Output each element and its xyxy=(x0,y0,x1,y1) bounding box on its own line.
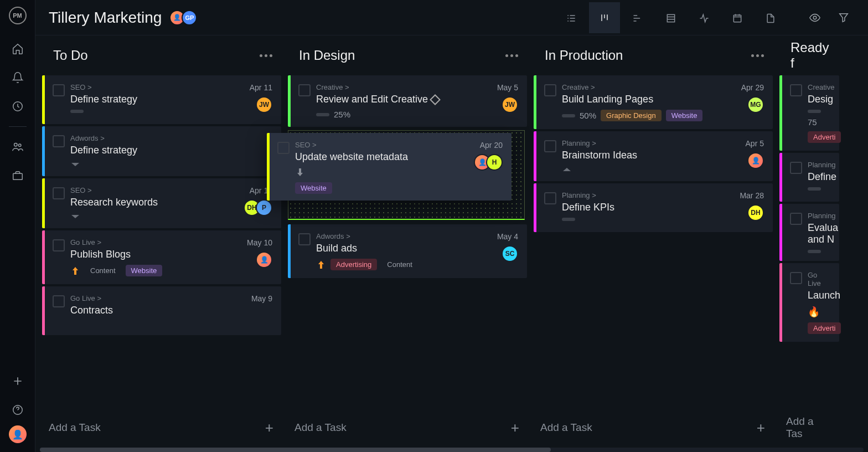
column-title[interactable]: To Do xyxy=(53,48,88,63)
filter-icon[interactable] xyxy=(833,7,855,29)
task-assignees[interactable]: 👤 H xyxy=(478,154,503,171)
task-category[interactable]: Planning xyxy=(808,212,830,220)
task-category[interactable]: Adwords > xyxy=(316,232,492,240)
task-assignees[interactable]: 👤 xyxy=(260,251,272,268)
task-category[interactable]: Creative > xyxy=(316,83,492,91)
add-task-button[interactable]: Add a Task + xyxy=(534,412,775,443)
column-title[interactable]: In Design xyxy=(299,48,355,63)
view-board-icon[interactable] xyxy=(589,2,620,33)
app-logo[interactable]: PM xyxy=(9,7,27,24)
people-icon[interactable] xyxy=(4,133,31,160)
column-title[interactable]: In Production xyxy=(545,48,623,63)
bell-icon[interactable] xyxy=(4,64,31,91)
clock-icon[interactable] xyxy=(4,93,31,120)
tag-advertising[interactable]: Advertising xyxy=(330,259,377,270)
assignee-avatar: JW xyxy=(256,96,272,113)
tag-advertising[interactable]: Adverti xyxy=(808,322,841,334)
view-table-icon[interactable] xyxy=(655,2,686,33)
task-category[interactable]: Go Live > xyxy=(70,294,246,302)
horizontal-scrollbar[interactable] xyxy=(40,448,864,452)
user-avatar[interactable]: 👤 xyxy=(9,425,27,443)
task-assignees[interactable]: SC xyxy=(506,245,518,262)
view-calendar-icon[interactable] xyxy=(722,2,753,33)
add-task-button[interactable]: Add a Task + xyxy=(288,412,529,443)
project-members[interactable]: 👤 GP xyxy=(173,10,197,25)
task-category[interactable]: Planning > xyxy=(562,139,740,147)
task-card[interactable]: Adwords > Define strategy xyxy=(42,126,281,176)
task-assignees[interactable]: 👤 xyxy=(752,152,764,169)
task-category[interactable]: SEO > xyxy=(295,141,473,149)
column-cards: Creative Desig 75 Adverti Planning Defin… xyxy=(779,75,841,412)
tag-website[interactable]: Website xyxy=(295,182,332,194)
visibility-icon[interactable] xyxy=(804,7,826,29)
assignee-avatar: SC xyxy=(502,245,518,262)
task-title: Brainstorm Ideas xyxy=(562,150,740,161)
task-card[interactable]: Go Live > Publish Blogs ContentWebsite M… xyxy=(42,230,281,284)
view-files-icon[interactable] xyxy=(755,2,786,33)
task-card[interactable]: SEO > Research keywords Apr 13 DHP xyxy=(42,178,281,228)
add-icon[interactable] xyxy=(4,368,31,394)
task-checkbox[interactable] xyxy=(790,84,802,96)
task-category[interactable]: Go Live > xyxy=(70,238,241,246)
task-assignees[interactable]: JW xyxy=(260,96,272,113)
task-checkbox[interactable] xyxy=(298,233,311,245)
task-checkbox[interactable] xyxy=(298,84,311,96)
task-checkbox[interactable] xyxy=(53,187,65,199)
task-checkbox[interactable] xyxy=(790,213,802,225)
task-checkbox[interactable] xyxy=(544,140,556,152)
tag-website[interactable]: Website xyxy=(666,110,703,121)
tag-advertising[interactable]: Adverti xyxy=(808,131,841,143)
task-category[interactable]: Creative > xyxy=(562,83,736,91)
task-checkbox[interactable] xyxy=(544,84,556,96)
task-card[interactable]: Go Live > Contracts May 9 xyxy=(42,286,281,335)
view-gantt-icon[interactable] xyxy=(622,2,653,33)
task-card[interactable]: Creative > Build Landing Pages 50% Graph… xyxy=(534,75,773,129)
task-checkbox[interactable] xyxy=(790,162,802,174)
task-meta: 50% Graphic DesignWebsite xyxy=(562,110,736,121)
task-assignees[interactable]: DHP xyxy=(248,199,272,216)
task-checkbox[interactable] xyxy=(790,272,802,284)
add-task-button[interactable]: Add a Tas xyxy=(779,412,841,443)
task-card[interactable]: Go Live Launch 🔥 Adverti xyxy=(779,263,839,342)
column-title[interactable]: Ready f xyxy=(790,40,830,71)
task-card[interactable]: Planning Define xyxy=(779,153,839,202)
view-activity-icon[interactable] xyxy=(689,2,720,33)
task-card[interactable]: Creative Desig 75 Adverti xyxy=(779,75,839,151)
view-list-icon[interactable] xyxy=(556,2,587,33)
task-card[interactable]: Planning > Brainstorm Ideas Apr 5 👤 xyxy=(534,131,773,181)
column-menu-icon[interactable] xyxy=(505,54,518,57)
task-checkbox[interactable] xyxy=(53,84,65,96)
task-category[interactable]: Adwords > xyxy=(70,134,267,142)
task-checkbox[interactable] xyxy=(53,135,65,147)
task-checkbox[interactable] xyxy=(53,239,65,251)
briefcase-icon[interactable] xyxy=(4,162,31,189)
task-card[interactable]: Planning > Define KPIs Mar 28 DH xyxy=(534,183,773,232)
task-card[interactable]: Planning Evalua and N xyxy=(779,204,839,261)
task-assignees[interactable]: MG xyxy=(752,96,764,113)
tag-content[interactable]: Content xyxy=(381,259,418,270)
column-menu-icon[interactable] xyxy=(751,54,764,57)
tag-website[interactable]: Website xyxy=(126,265,163,276)
task-checkbox[interactable] xyxy=(53,295,65,307)
task-category[interactable]: Go Live xyxy=(808,271,830,287)
task-category[interactable]: Planning xyxy=(808,161,830,169)
task-card[interactable]: SEO > Define strategy Apr 11 JW xyxy=(42,75,281,124)
task-checkbox[interactable] xyxy=(544,192,556,204)
task-category[interactable]: SEO > xyxy=(70,83,244,91)
task-card[interactable]: Creative > Review and Edit Creative 25% … xyxy=(288,75,527,127)
column-menu-icon[interactable] xyxy=(260,54,272,57)
task-category[interactable]: SEO > xyxy=(70,186,242,194)
task-checkbox[interactable] xyxy=(277,142,290,154)
task-assignees[interactable]: JW xyxy=(506,96,518,113)
add-task-button[interactable]: Add a Task + xyxy=(42,412,283,443)
task-category[interactable]: Creative xyxy=(808,83,830,91)
tag-graphic[interactable]: Graphic Design xyxy=(601,110,662,121)
help-icon[interactable] xyxy=(4,397,31,423)
task-assignees[interactable]: DH xyxy=(752,204,764,221)
tag-content[interactable]: Content xyxy=(85,265,121,276)
task-card[interactable]: Adwords > Build ads AdvertisingContent M… xyxy=(288,224,527,278)
project-title[interactable]: Tillery Marketing xyxy=(49,9,162,27)
home-icon[interactable] xyxy=(4,35,31,62)
task-category[interactable]: Planning > xyxy=(562,191,734,199)
dragging-task-card[interactable]: SEO > Update website metadata Website Ap… xyxy=(267,133,512,201)
